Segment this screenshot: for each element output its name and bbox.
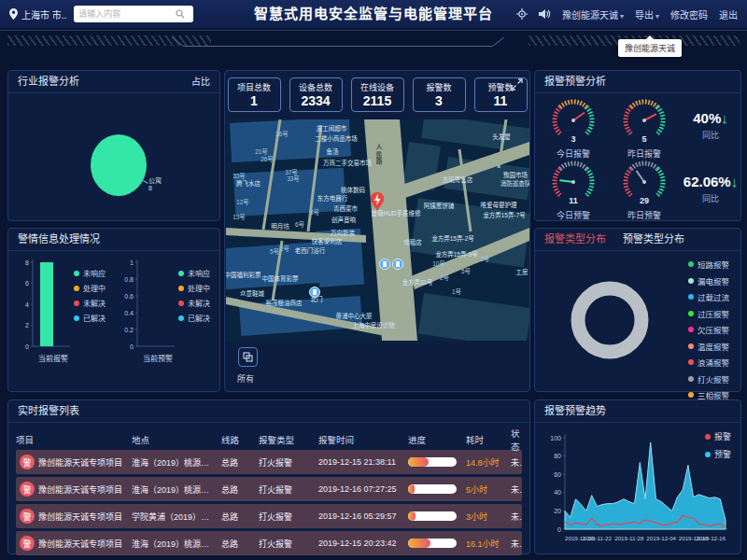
chevron-down-icon: ▾: [655, 12, 659, 21]
stat-label: 设备总数: [290, 81, 342, 93]
user-tooltip: 豫创能源天诚: [618, 39, 682, 57]
fullscreen-icon[interactable]: [511, 78, 523, 91]
row-time: 2019-12-15 20:23:42: [318, 539, 408, 548]
map-label: 龙方弄31号: [402, 277, 432, 287]
table-row[interactable]: 警豫创能源天诚专项项目淮海（2019）桃源路41号6...总路打火报警2019-…: [16, 477, 522, 501]
svg-text:100: 100: [550, 435, 561, 441]
center-panel: 项目总数1设备总数2334在线设备2115报警数3预警数11: [224, 70, 530, 392]
row-place: 淮海（2019）桃源路55弄4...: [132, 538, 221, 550]
map-label: 戏租店: [403, 237, 422, 246]
legend-label: 未响应: [188, 268, 210, 278]
stat-value: 2115: [352, 93, 403, 108]
svg-text:当前预警: 当前预警: [143, 354, 173, 363]
pie-slice-label: 公寓 8: [148, 177, 162, 192]
legend-item[interactable]: 已解决: [74, 313, 106, 323]
legend-item[interactable]: 浪涌报警: [688, 357, 729, 368]
row-status: 未响应: [511, 456, 522, 469]
speaker-icon[interactable]: [539, 8, 551, 20]
row-duration: 16.1小时: [466, 538, 511, 550]
map-label: 6号: [295, 219, 304, 229]
legend-item[interactable]: 未解决: [74, 298, 106, 308]
badge-cell: 警: [16, 455, 38, 469]
row-project: 豫创能源天诚专项项目: [38, 456, 132, 469]
row-duration: 5小时: [466, 483, 511, 496]
legend-item[interactable]: 短路报警: [688, 259, 729, 270]
svg-text:0.2: 0.2: [124, 327, 134, 333]
legend-item[interactable]: 已解决: [178, 313, 210, 323]
row-progress: [408, 484, 466, 494]
table-row[interactable]: 警豫创能源天诚专项项目学院黄浦（2019）盛家街7...总路打火报警2019-1…: [16, 504, 522, 528]
table-row[interactable]: 警豫创能源天诚专项项目淮海（2019）桃源路55号...总路打火报警2019-1…: [16, 450, 522, 474]
table-row[interactable]: 警豫创能源天诚专项项目淮海（2019）桃源路55弄4...总路打火报警2019-…: [16, 531, 522, 555]
svg-text:11: 11: [569, 196, 578, 205]
city-selector[interactable]: 上海市 市..: [9, 7, 66, 21]
legend-item[interactable]: 处理中: [74, 283, 106, 293]
change-password-link[interactable]: 修改密码: [670, 7, 708, 21]
legend-label: 已解决: [188, 313, 210, 323]
legend-item[interactable]: 过压报警: [688, 308, 729, 319]
stat-value: 3: [414, 93, 465, 108]
legend-item[interactable]: 未响应: [74, 268, 106, 278]
legend-label: 未解决: [188, 298, 210, 308]
legend-dot-icon: [688, 392, 694, 398]
device-marker-icon[interactable]: [380, 259, 390, 270]
alarm-type-donut-chart[interactable]: [561, 266, 664, 382]
city-map[interactable]: 友工间超市二楼小商品市场鱼汤万商二手交易市场头发屋古玩寄售店豫园市场消防巡查队腾…: [226, 119, 529, 341]
stat-box: 项目总数1: [228, 77, 281, 112]
trend-area-chart: 0204060801002019-11-162019-11-222019-11-…: [541, 428, 733, 550]
legend-item[interactable]: 未响应: [178, 268, 210, 278]
panel-title: 警情信息处理情况: [18, 229, 100, 250]
ratio-toggle[interactable]: 占比: [191, 71, 210, 92]
map-label: 33号: [287, 174, 300, 183]
alarm-process-panel: 警情信息处理情况 02468当前报警 未响应处理中未解决已解决 00.20.40…: [7, 228, 220, 392]
gear-icon[interactable]: [516, 8, 528, 20]
svg-text:0.6: 0.6: [124, 293, 134, 300]
industry-pie-chart[interactable]: [91, 134, 147, 196]
row-line: 总路: [221, 456, 259, 469]
legend-label: 短路报警: [698, 259, 729, 270]
search-input[interactable]: [78, 9, 176, 19]
svg-text:0: 0: [557, 526, 561, 533]
map-label: 3号: [310, 207, 319, 217]
row-project: 豫创能源天诚专项项目: [38, 511, 132, 523]
panel-title: 报警预警分析: [544, 71, 606, 92]
legend-item[interactable]: 未解决: [178, 298, 210, 308]
current-warning-bar-chart: 00.20.40.60.81当前预警: [117, 255, 178, 369]
legend-label: 浪涌报警: [698, 357, 729, 368]
legend-item[interactable]: 温度报警: [688, 341, 729, 352]
row-progress-fill: [408, 457, 429, 467]
stat-value: 2334: [290, 93, 342, 108]
panel-title: 行业报警分析: [18, 71, 79, 92]
map-filter-button[interactable]: [238, 347, 258, 367]
map-all-filter[interactable]: 所有: [237, 372, 254, 385]
map-label: 33号: [233, 171, 246, 180]
export-menu[interactable]: 导出▾: [635, 7, 659, 21]
arrow-down-icon: ↓: [731, 174, 739, 189]
legend-item[interactable]: 漏电报警: [688, 275, 729, 287]
map-label: 10号: [432, 259, 445, 268]
legend-item[interactable]: 过载过流: [688, 291, 729, 302]
tab-alarm-type[interactable]: 报警类型分布: [544, 229, 606, 250]
user-menu[interactable]: 豫创能源天诚▾: [562, 7, 624, 21]
legend-item[interactable]: 欠压报警: [688, 324, 729, 335]
map-label: 东方电器行: [317, 193, 348, 203]
legend-dot-icon: [688, 311, 694, 316]
map-label: 二楼小商品市场: [315, 133, 358, 143]
yoy-value: 62.06%↓: [683, 174, 739, 189]
search-box[interactable]: [74, 6, 193, 22]
row-duration: 3小时: [466, 511, 511, 523]
map-label: 1号: [452, 287, 461, 296]
logout-link[interactable]: 退出: [719, 7, 738, 21]
legend-item[interactable]: 打火报警: [688, 373, 729, 385]
row-progress-fill: [408, 484, 415, 494]
legend-item[interactable]: 处理中: [178, 283, 210, 293]
legend-label: 过载过流: [698, 291, 729, 302]
map-label: 工房: [516, 267, 529, 276]
legend-dot-icon: [178, 301, 184, 306]
legend-dot-icon: [74, 301, 79, 306]
map-label: 5号: [270, 246, 279, 256]
tab-warning-type[interactable]: 预警类型分布: [623, 229, 684, 250]
device-marker-icon[interactable]: [393, 259, 403, 270]
svg-text:2019-11-22: 2019-11-22: [583, 535, 613, 541]
map-label: 12号: [236, 197, 249, 206]
